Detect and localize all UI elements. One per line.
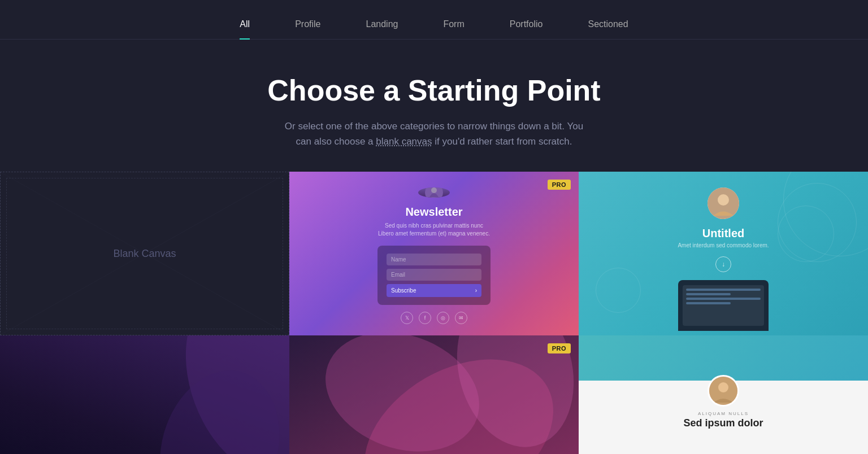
laptop-bar-4 xyxy=(686,302,731,304)
hero-section: Choose a Starting Point Or select one of… xyxy=(0,40,868,172)
teal-scroll-arrow[interactable]: ↓ xyxy=(715,256,731,272)
newsletter-title: Newsletter xyxy=(405,206,462,219)
svg-point-5 xyxy=(718,194,729,206)
teal-avatar xyxy=(708,187,739,219)
pro-badge-abstract: PRO xyxy=(548,343,571,353)
template-teal-profile[interactable]: Untitled Amet interdum sed commodo lorem… xyxy=(579,172,868,335)
hero-description: Or select one of the above categories to… xyxy=(276,119,592,149)
light-profile-header-bg xyxy=(579,335,868,381)
tab-profile[interactable]: Profile xyxy=(295,11,320,40)
newsletter-form: Subscribe › xyxy=(377,246,491,305)
pro-badge: PRO xyxy=(548,180,571,190)
template-light-profile[interactable]: ALIQUAM NULLS Sed ipsum dolor xyxy=(579,335,868,454)
svg-point-13 xyxy=(718,382,728,392)
template-grid: Blank Canvas PRO Newsletter Sed quis nib… xyxy=(0,172,868,454)
laptop-bar-2 xyxy=(686,293,731,295)
newsletter-subscribe-button[interactable]: Subscribe › xyxy=(387,284,481,297)
tab-sectioned[interactable]: Sectioned xyxy=(588,11,628,40)
tab-portfolio[interactable]: Portfolio xyxy=(510,11,543,40)
tab-all[interactable]: All xyxy=(240,11,250,40)
template-newsletter[interactable]: PRO Newsletter Sed quis nibh cras pulvin… xyxy=(289,172,579,335)
hero-title: Choose a Starting Point xyxy=(11,73,857,107)
instagram-icon[interactable]: ◎ xyxy=(437,312,449,324)
teal-profile-subtitle: Amet interdum sed commodo lorem. xyxy=(678,242,769,248)
blank-canvas-label: Blank Canvas xyxy=(113,248,176,260)
template-dark-landing[interactable]: UNTITLED xyxy=(0,335,289,454)
category-tabs: All Profile Landing Form Portfolio Secti… xyxy=(0,0,868,40)
light-profile-name: Sed ipsum dolor xyxy=(683,417,763,429)
email-icon[interactable]: ✉ xyxy=(455,312,467,324)
newsletter-avatar-inner xyxy=(418,187,450,198)
facebook-icon[interactable]: f xyxy=(419,312,431,324)
teal-laptop-preview xyxy=(678,280,769,331)
laptop-bar-3 xyxy=(686,298,761,300)
newsletter-name-input[interactable] xyxy=(387,254,481,265)
light-profile-avatar xyxy=(708,375,739,407)
light-profile-eyebrow: ALIQUAM NULLS xyxy=(698,411,749,416)
newsletter-socials: 𝕏 f ◎ ✉ xyxy=(401,312,467,324)
newsletter-avatar xyxy=(418,187,450,198)
template-abstract-pro[interactable]: PRO xyxy=(289,335,579,454)
tab-landing[interactable]: Landing xyxy=(366,11,398,40)
newsletter-email-input[interactable] xyxy=(387,269,481,281)
abstract-svg xyxy=(289,335,579,454)
template-blank-canvas[interactable]: Blank Canvas xyxy=(0,172,289,335)
newsletter-desc: Sed quis nibh cras pulvinar mattis nunc … xyxy=(377,222,491,238)
tab-form[interactable]: Form xyxy=(443,11,464,40)
svg-point-3 xyxy=(431,187,437,193)
laptop-screen xyxy=(683,285,764,326)
twitter-icon[interactable]: 𝕏 xyxy=(401,312,413,324)
abstract-shapes xyxy=(58,335,289,454)
laptop-bar-1 xyxy=(686,289,761,291)
blank-canvas-link[interactable]: blank canvas xyxy=(376,136,432,147)
teal-profile-name: Untitled xyxy=(702,227,744,240)
